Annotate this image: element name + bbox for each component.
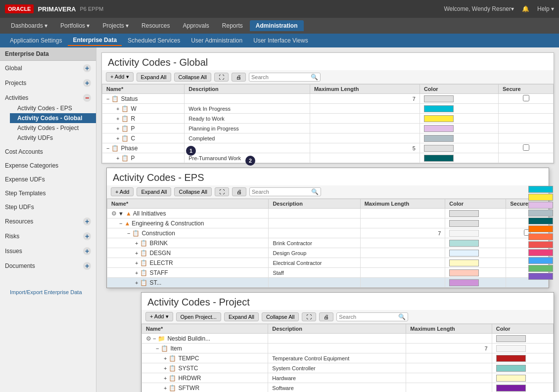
- row-expand-icon[interactable]: +: [164, 355, 167, 361]
- table-row[interactable]: + 📋 BRINK Brink Contractor: [107, 238, 549, 248]
- secure-checkbox[interactable]: [523, 144, 529, 151]
- table-row[interactable]: + 📋 SYSTC System Controller: [142, 363, 554, 373]
- table-row[interactable]: + 📋 P Planning in Progress: [102, 124, 554, 133]
- table-row[interactable]: + 📋 ST...: [107, 278, 549, 288]
- subnav-application-settings[interactable]: Application Settings: [5, 36, 67, 45]
- row-expand-icon[interactable]: +: [116, 116, 119, 122]
- global-expand-btn[interactable]: +: [83, 64, 91, 72]
- risks-expand-btn[interactable]: +: [83, 232, 91, 240]
- nav-projects[interactable]: Projects ▾: [96, 20, 135, 31]
- project-expand-all-button[interactable]: Expand All: [224, 312, 259, 321]
- table-row[interactable]: + 📋 HRDWR Hardware: [142, 373, 554, 383]
- row-expand-icon[interactable]: −: [119, 220, 122, 226]
- row-expand-icon[interactable]: −: [156, 346, 159, 351]
- gear-icon[interactable]: ⚙: [146, 335, 151, 342]
- project-print-button[interactable]: 🖨: [319, 312, 333, 321]
- table-row[interactable]: + 📋 TEMPC Temperature Control Equipment: [142, 353, 554, 363]
- help-button[interactable]: Help ▾: [537, 5, 554, 12]
- project-search-icon[interactable]: 🔍: [398, 313, 406, 320]
- global-collapse-all-button[interactable]: Collapse All: [174, 73, 211, 82]
- sidebar-item-activity-codes-global[interactable]: Activity Codes - Global: [10, 113, 96, 123]
- table-row[interactable]: − 📋 Item 7: [142, 344, 554, 353]
- eps-search-input[interactable]: [252, 189, 311, 195]
- row-expand-icon[interactable]: +: [135, 280, 138, 286]
- nav-portfolios[interactable]: Portfolios ▾: [54, 20, 95, 31]
- row-expand-icon[interactable]: −: [127, 230, 130, 236]
- nav-approvals[interactable]: Approvals: [177, 20, 215, 31]
- table-row[interactable]: + 📋 DESGN Design Group: [107, 248, 549, 258]
- table-row[interactable]: + 📋 SFTWR Software: [142, 383, 554, 392]
- eps-fullscreen-button[interactable]: ⛶: [215, 187, 229, 196]
- secure-checkbox[interactable]: [523, 95, 529, 101]
- eps-collapse-all-button[interactable]: Collapse All: [174, 187, 211, 196]
- sidebar-item-projects[interactable]: Projects +: [0, 78, 96, 88]
- sidebar-item-issues[interactable]: Issues +: [0, 246, 96, 257]
- row-expand-icon[interactable]: +: [135, 260, 138, 266]
- table-row[interactable]: + 📋 W Work In Progress: [102, 104, 554, 114]
- table-row[interactable]: + 📋 R Ready to Work: [102, 114, 554, 124]
- projects-expand-btn[interactable]: +: [83, 79, 91, 87]
- issues-expand-btn[interactable]: +: [83, 247, 91, 255]
- table-row[interactable]: + 📋 STAFF Staff: [107, 268, 549, 278]
- table-row[interactable]: − 📋 Construction 7: [107, 228, 549, 238]
- row-expand-icon[interactable]: −: [106, 145, 109, 151]
- eps-add-button[interactable]: + Add: [111, 187, 134, 196]
- subnav-user-administration[interactable]: User Administration: [186, 36, 247, 45]
- gear-icon[interactable]: ⚙: [111, 210, 117, 217]
- sidebar-item-activities[interactable]: Activities −: [0, 92, 96, 103]
- nav-reports[interactable]: Reports: [216, 20, 249, 31]
- table-row[interactable]: ⚙ − 📁 Nesbid Buildin...: [142, 334, 554, 344]
- sidebar-item-activity-udfs[interactable]: Activity UDFs: [10, 133, 96, 143]
- sidebar-item-step-udfs[interactable]: Step UDFs: [0, 202, 96, 212]
- table-row[interactable]: − 📋 Phase 5: [102, 143, 554, 153]
- bell-icon[interactable]: 🔔: [522, 5, 529, 12]
- row-expand-icon[interactable]: +: [135, 240, 138, 246]
- project-open-button[interactable]: Open Project...: [176, 312, 221, 321]
- eps-search-icon[interactable]: 🔍: [311, 188, 319, 195]
- import-export-link[interactable]: Import/Export Enterprise Data: [5, 286, 91, 298]
- row-expand-icon[interactable]: +: [164, 365, 167, 371]
- project-collapse-all-button[interactable]: Collapse All: [262, 312, 299, 321]
- table-row[interactable]: − 📋 Status 7: [102, 94, 554, 104]
- sidebar-item-risks[interactable]: Risks +: [0, 231, 96, 242]
- row-expand-icon[interactable]: +: [135, 270, 138, 276]
- row-expand-icon[interactable]: +: [116, 135, 119, 141]
- row-expand-icon[interactable]: −: [106, 96, 109, 102]
- global-add-button[interactable]: + Add ▾: [106, 72, 134, 82]
- subnav-scheduled-services[interactable]: Scheduled Services: [123, 36, 185, 45]
- sidebar-item-activity-codes-eps[interactable]: Activity Codes - EPS: [10, 103, 96, 113]
- subnav-enterprise-data[interactable]: Enterprise Data: [68, 35, 122, 46]
- row-expand-icon[interactable]: +: [164, 385, 167, 391]
- sidebar-item-documents[interactable]: Documents +: [0, 261, 96, 271]
- project-fullscreen-button[interactable]: ⛶: [302, 312, 316, 321]
- global-search-icon[interactable]: 🔍: [311, 74, 318, 81]
- table-row[interactable]: + 📋 C Completed: [102, 133, 554, 143]
- sidebar-item-activity-codes-project[interactable]: Activity Codes - Project: [10, 123, 96, 133]
- row-expand-icon[interactable]: +: [164, 375, 167, 381]
- nav-administration[interactable]: Administration: [250, 20, 304, 31]
- activities-collapse-btn[interactable]: −: [83, 94, 91, 102]
- sidebar-item-expense-udfs[interactable]: Expense UDFs: [0, 174, 96, 184]
- row-expand-icon[interactable]: +: [116, 106, 119, 112]
- eps-expand-all-button[interactable]: Expand All: [137, 187, 171, 196]
- nav-dashboards[interactable]: Dashboards ▾: [5, 20, 53, 31]
- welcome-text[interactable]: Welcome, Wendy Resner▾: [444, 5, 514, 12]
- project-search-input[interactable]: [339, 314, 398, 320]
- sidebar-item-global[interactable]: Global +: [0, 63, 96, 74]
- documents-expand-btn[interactable]: +: [83, 262, 91, 270]
- sidebar-item-expense-categories[interactable]: Expense Categories: [0, 161, 96, 171]
- global-print-button[interactable]: 🖨: [232, 73, 246, 82]
- subnav-user-interface-views[interactable]: User Interface Views: [248, 36, 313, 45]
- project-add-button[interactable]: + Add ▾: [145, 312, 173, 321]
- row-expand-icon[interactable]: +: [135, 250, 138, 256]
- table-row[interactable]: ⚙ ▼ ▲ All Initiatives: [107, 209, 549, 218]
- row-expand-icon[interactable]: +: [116, 155, 119, 161]
- table-row[interactable]: + 📋 ELECTR Electrical Contractor: [107, 258, 549, 268]
- global-fullscreen-button[interactable]: ⛶: [214, 73, 229, 82]
- sidebar-item-step-templates[interactable]: Step Templates: [0, 188, 96, 198]
- row-expand-icon[interactable]: ▼: [118, 211, 124, 217]
- nav-resources[interactable]: Resources: [136, 20, 176, 31]
- table-row[interactable]: − ▲ Engineering & Construction: [107, 218, 549, 228]
- global-search-input[interactable]: [251, 74, 311, 80]
- row-expand-icon[interactable]: −: [153, 336, 156, 342]
